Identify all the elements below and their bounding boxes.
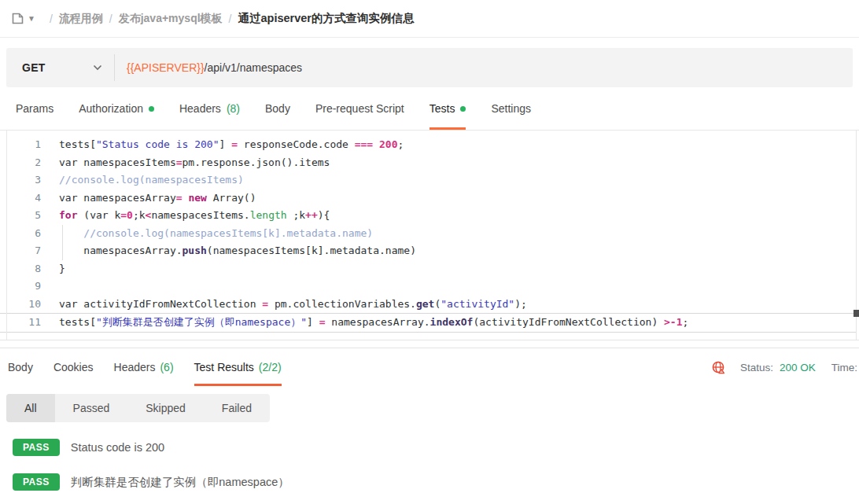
token: =: [120, 209, 127, 221]
code-line: 8}: [0, 260, 859, 278]
tab-settings[interactable]: Settings: [491, 87, 531, 130]
tab-tests[interactable]: Tests: [430, 87, 466, 130]
response-bar: BodyCookiesHeaders(6)Test Results(2/2) S…: [0, 348, 859, 386]
token: //console.log(namespacesItems[k].metadat…: [59, 227, 373, 239]
token: pm.response.json().items: [182, 156, 330, 168]
method-selector[interactable]: GET: [6, 48, 114, 87]
url-input[interactable]: {{APISERVER}}/api/v1/namespaces: [115, 48, 302, 87]
filter-failed[interactable]: Failed: [204, 394, 270, 422]
token: (var k: [77, 209, 120, 221]
response-meta: Status: 200 OK Time:: [711, 348, 859, 386]
chevron-down-icon[interactable]: ▼: [28, 14, 35, 23]
code-text: for (var k=0;k<namespacesItems.length ;k…: [41, 207, 859, 225]
tab-label: Body: [265, 102, 290, 115]
token: [373, 138, 379, 150]
tab-label: Headers: [114, 361, 156, 373]
token: namespacesArray.: [326, 316, 430, 328]
green-dot-icon: [149, 106, 154, 112]
tab-headers[interactable]: Headers(8): [179, 87, 240, 130]
pass-badge: PASS: [13, 439, 60, 456]
tab-body[interactable]: Body: [265, 87, 290, 130]
tab-authorization[interactable]: Authorization: [79, 87, 154, 130]
time-label: Time:: [831, 362, 857, 373]
breadcrumb-item[interactable]: 流程用例: [59, 12, 103, 26]
token: "Status code is 200": [96, 138, 219, 150]
token: "判断集群是否创建了实例（即namespace）": [96, 316, 307, 328]
response-tab-cookies[interactable]: Cookies: [53, 348, 94, 386]
token: "activityId": [441, 298, 514, 310]
token: var namespacesItems: [59, 156, 176, 168]
test-result-row: PASSStatus code is 200: [0, 439, 859, 456]
tab-label: Tests: [430, 102, 455, 115]
token: var activityIdFromNextCollection: [59, 298, 262, 310]
test-result-row: PASS判断集群是否创建了实例（即namespace）: [0, 473, 859, 491]
response-tab-body[interactable]: Body: [8, 348, 33, 386]
token: =: [176, 156, 182, 168]
tab-label: Test Results: [194, 361, 254, 373]
code-line: 1tests["Status code is 200"] = responseC…: [0, 136, 859, 154]
test-results: PASSStatus code is 200PASS判断集群是否创建了实例（即n…: [0, 439, 859, 491]
response-tab-headers[interactable]: Headers(6): [114, 348, 174, 386]
chevron-down-icon: [93, 64, 102, 71]
network-warning-icon[interactable]: [711, 360, 726, 375]
token: ;k: [133, 209, 146, 221]
code-text: namespacesArray.push(namespacesItems[k].…: [41, 242, 859, 260]
token: tests[: [59, 316, 96, 328]
token: ;k: [287, 209, 305, 221]
response-tab-test-results[interactable]: Test Results(2/2): [194, 348, 282, 386]
token: ){: [318, 209, 330, 221]
token: ]: [307, 316, 319, 328]
code-text: [41, 278, 859, 296]
code-text: var namespacesArray= new Array(): [41, 189, 859, 208]
token: ;: [398, 138, 404, 150]
code-text: //console.log(namespacesItems): [41, 171, 859, 189]
breadcrumb-separator: /: [50, 13, 53, 25]
token: push: [182, 245, 207, 256]
token: 200: [379, 138, 397, 150]
code-text: tests["判断集群是否创建了实例（即namespace）"] = names…: [41, 314, 856, 332]
token: ===: [355, 138, 373, 150]
filter-skipped[interactable]: Skipped: [127, 394, 204, 422]
breadcrumb: /流程用例/发布java+mysql模板/通过apiserver的方式查询实例信…: [43, 11, 415, 26]
token: namespacesArray.: [59, 245, 182, 256]
url-path: /api/v1/namespaces: [205, 61, 303, 74]
token: get: [416, 298, 434, 310]
method-label: GET: [22, 61, 46, 74]
tab-label: Params: [16, 102, 53, 115]
token: ;: [683, 316, 689, 328]
token: (namespacesItems[k].metadata.name): [207, 245, 416, 256]
tab-label: Cookies: [53, 361, 94, 373]
pass-badge: PASS: [13, 473, 60, 491]
filter-passed[interactable]: Passed: [55, 394, 128, 422]
token: >-1: [664, 316, 682, 328]
token: indexOf: [430, 316, 474, 328]
breadcrumb-separator: /: [109, 13, 112, 25]
breadcrumb-item[interactable]: 发布java+mysql模板: [119, 12, 223, 26]
scrollbar-track: [856, 131, 857, 340]
token: new: [188, 192, 206, 204]
code-line: 9: [0, 278, 859, 296]
code-text: tests["Status code is 200"] = responseCo…: [41, 136, 859, 154]
filter-all[interactable]: All: [6, 394, 55, 422]
token: pm.collectionVariables.: [268, 298, 416, 310]
scrollbar-thumb[interactable]: [853, 310, 859, 317]
tab-label: Settings: [491, 102, 531, 115]
token: (activityIdFromNextCollection): [473, 316, 664, 328]
breadcrumb-bar: ▼ /流程用例/发布java+mysql模板/通过apiserver的方式查询实…: [0, 0, 859, 38]
code-line: 7 namespacesArray.push(namespacesItems[k…: [0, 242, 859, 260]
request-tabs: ParamsAuthorizationHeaders(8)BodyPre-req…: [0, 87, 859, 131]
tab-params[interactable]: Params: [16, 87, 53, 130]
tests-editor[interactable]: 1tests["Status code is 200"] = responseC…: [0, 131, 859, 340]
breadcrumb-separator: /: [229, 13, 232, 25]
status-label: Status:: [740, 362, 773, 373]
token: var namespacesArray: [59, 192, 176, 204]
code-line: 5for (var k=0;k<namespacesItems.length ;…: [0, 207, 859, 225]
token: //console.log(namespacesItems): [59, 174, 244, 186]
tab-pre-request-script[interactable]: Pre-request Script: [315, 87, 404, 130]
token: ]: [219, 138, 232, 150]
request-file-icon[interactable]: [11, 12, 24, 25]
result-filters: AllPassedSkippedFailed: [6, 394, 270, 422]
code-line: 11tests["判断集群是否创建了实例（即namespace）"] = nam…: [0, 313, 856, 333]
tab-count: (2/2): [259, 361, 282, 373]
test-result-text: 判断集群是否创建了实例（即namespace）: [71, 475, 289, 490]
